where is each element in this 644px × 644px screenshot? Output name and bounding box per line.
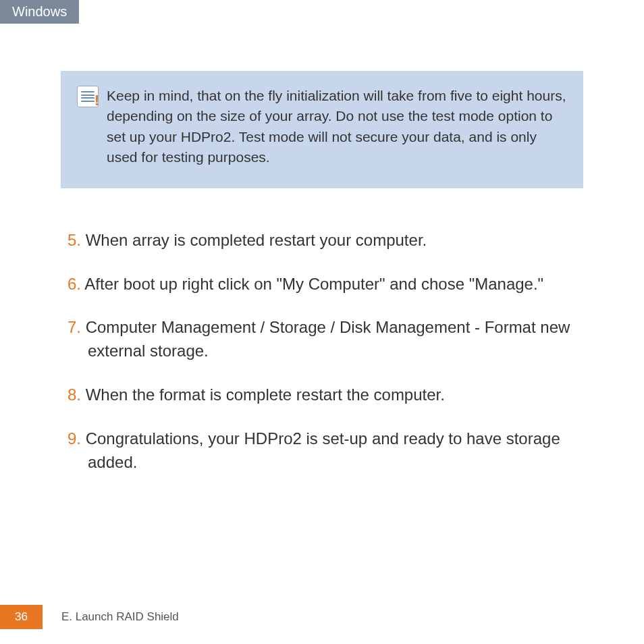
step-item: 5. When array is completed restart your … — [61, 229, 583, 252]
tab-label: Windows — [12, 4, 67, 19]
step-text: After boot up right click on "My Compute… — [81, 275, 543, 293]
footer-section-title: E. Launch RAID Shield — [61, 610, 179, 624]
steps-list: 5. When array is completed restart your … — [61, 229, 583, 475]
step-item: 7. Computer Management / Storage / Disk … — [61, 316, 583, 363]
step-number: 8. — [68, 385, 81, 404]
step-text: When array is completed restart your com… — [81, 231, 427, 249]
callout-text: Keep in mind, that on the fly initializa… — [107, 86, 567, 168]
callout-note: ! Keep in mind, that on the fly initiali… — [61, 71, 583, 188]
exclaim-icon: ! — [95, 93, 99, 108]
step-item: 9. Congratulations, your HDPro2 is set-u… — [61, 427, 583, 475]
lines-icon — [81, 91, 95, 102]
step-text: Computer Management / Storage / Disk Man… — [81, 318, 570, 360]
step-text: When the format is complete restart the … — [81, 385, 445, 404]
page-number: 36 — [0, 605, 43, 629]
page-content: ! Keep in mind, that on the fly initiali… — [0, 71, 644, 474]
step-text: Congratulations, your HDPro2 is set-up a… — [81, 429, 560, 471]
step-item: 8. When the format is complete restart t… — [61, 383, 583, 407]
tab-windows: Windows — [0, 0, 79, 24]
step-number: 7. — [68, 318, 81, 336]
note-icon: ! — [77, 86, 99, 107]
step-item: 6. After boot up right click on "My Comp… — [61, 273, 583, 296]
step-number: 9. — [68, 429, 81, 448]
step-number: 6. — [68, 275, 81, 293]
step-number: 5. — [68, 231, 81, 249]
page-footer: 36 E. Launch RAID Shield — [0, 605, 179, 629]
